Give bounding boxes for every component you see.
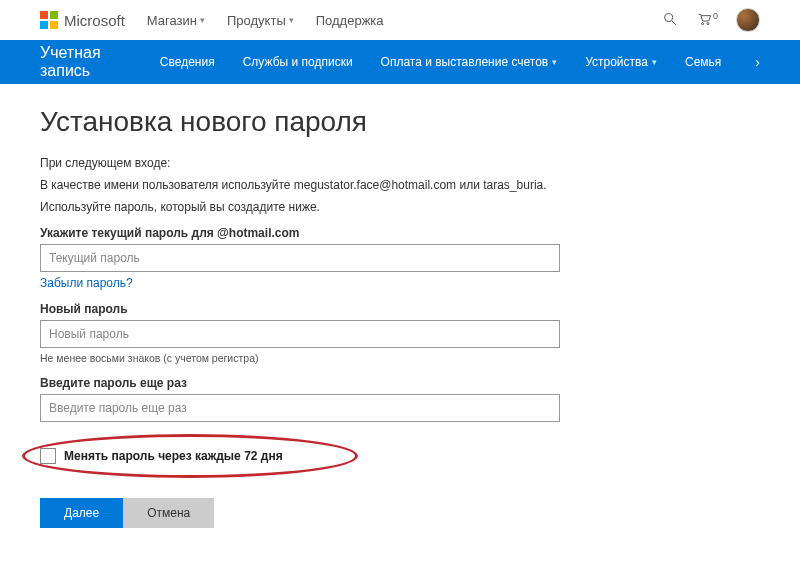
nav-item-label: Семья bbox=[685, 55, 721, 69]
nav-item-label: Сведения bbox=[160, 55, 215, 69]
intro-line-1: При следующем входе: bbox=[40, 156, 760, 170]
svg-line-1 bbox=[672, 21, 676, 25]
forgot-password-link[interactable]: Забыли пароль? bbox=[40, 276, 133, 290]
cart-icon bbox=[696, 11, 712, 30]
svg-point-0 bbox=[665, 13, 673, 21]
password-hint: Не менее восьми знаков (с учетом регистр… bbox=[40, 352, 560, 364]
current-password-label: Укажите текущий пароль для @hotmail.com bbox=[40, 226, 560, 240]
new-password-label: Новый пароль bbox=[40, 302, 560, 316]
current-password-input[interactable] bbox=[40, 244, 560, 272]
chevron-right-icon[interactable]: › bbox=[755, 54, 760, 70]
chevron-down-icon: ▾ bbox=[289, 15, 294, 25]
main-content: Установка нового пароля При следующем вх… bbox=[0, 84, 800, 550]
cart-count: 0 bbox=[713, 11, 718, 21]
next-button[interactable]: Далее bbox=[40, 498, 123, 528]
top-header: Microsoft Магазин ▾ Продукты ▾ Поддержка… bbox=[0, 0, 800, 40]
nav-item-devices[interactable]: Устройства ▾ bbox=[585, 55, 657, 69]
svg-point-3 bbox=[707, 22, 709, 24]
avatar[interactable] bbox=[736, 8, 760, 32]
account-nav: Учетная запись Сведения Службы и подписк… bbox=[0, 40, 800, 84]
top-header-left: Microsoft Магазин ▾ Продукты ▾ Поддержка bbox=[40, 11, 384, 29]
change-every-72-days-row[interactable]: Менять пароль через каждые 72 дня bbox=[40, 448, 560, 464]
nav-item-billing[interactable]: Оплата и выставление счетов ▾ bbox=[381, 55, 558, 69]
nav-item-label: Устройства bbox=[585, 55, 648, 69]
topnav-label: Поддержка bbox=[316, 13, 384, 28]
new-password-input[interactable] bbox=[40, 320, 560, 348]
nav-item-services[interactable]: Службы и подписки bbox=[243, 55, 353, 69]
intro-line-3: Используйте пароль, который вы создадите… bbox=[40, 200, 760, 214]
topnav-support[interactable]: Поддержка bbox=[316, 13, 384, 28]
page-title: Установка нового пароля bbox=[40, 106, 760, 138]
checkbox-icon[interactable] bbox=[40, 448, 56, 464]
nav-item-label: Службы и подписки bbox=[243, 55, 353, 69]
intro-line-2: В качестве имени пользователя используйт… bbox=[40, 178, 760, 192]
confirm-password-label: Введите пароль еще раз bbox=[40, 376, 560, 390]
microsoft-brand[interactable]: Microsoft bbox=[40, 11, 125, 29]
brand-text: Microsoft bbox=[64, 12, 125, 29]
top-header-right: 0 bbox=[662, 8, 760, 32]
checkbox-label: Менять пароль через каждые 72 дня bbox=[64, 449, 283, 463]
chevron-down-icon: ▾ bbox=[652, 57, 657, 67]
search-icon[interactable] bbox=[662, 11, 678, 30]
topnav-products[interactable]: Продукты ▾ bbox=[227, 13, 294, 28]
microsoft-logo-icon bbox=[40, 11, 58, 29]
chevron-down-icon: ▾ bbox=[200, 15, 205, 25]
account-nav-title: Учетная запись bbox=[40, 44, 122, 80]
topnav-label: Магазин bbox=[147, 13, 197, 28]
nav-item-family[interactable]: Семья bbox=[685, 55, 721, 69]
topnav-label: Продукты bbox=[227, 13, 286, 28]
chevron-down-icon: ▾ bbox=[552, 57, 557, 67]
cart-button[interactable]: 0 bbox=[696, 11, 718, 30]
nav-item-info[interactable]: Сведения bbox=[160, 55, 215, 69]
password-form: Укажите текущий пароль для @hotmail.com … bbox=[40, 226, 560, 528]
topnav-store[interactable]: Магазин ▾ bbox=[147, 13, 205, 28]
button-row: Далее Отмена bbox=[40, 498, 560, 528]
cancel-button[interactable]: Отмена bbox=[123, 498, 214, 528]
svg-point-2 bbox=[702, 22, 704, 24]
confirm-password-input[interactable] bbox=[40, 394, 560, 422]
nav-item-label: Оплата и выставление счетов bbox=[381, 55, 549, 69]
